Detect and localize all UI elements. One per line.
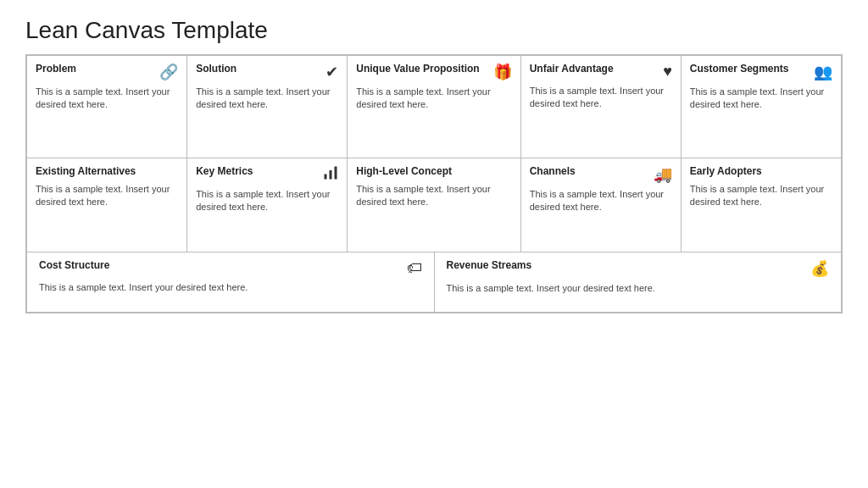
tag-icon: 🏷 — [407, 259, 422, 277]
page-title: Lean Canvas Template — [25, 17, 843, 44]
metrics-text: This is a sample text. Insert your desir… — [196, 188, 338, 214]
truck-icon: 🚚 — [654, 165, 672, 184]
link-icon: 🔗 — [159, 63, 178, 81]
early-title: Early Adopters — [690, 165, 762, 179]
problem-cell: Problem 🔗 This is a sample text. Insert … — [27, 56, 187, 158]
cost-text: This is a sample text. Insert your desir… — [39, 281, 422, 294]
problem-text: This is a sample text. Insert your desir… — [36, 86, 178, 112]
heart-icon: ♥ — [663, 63, 672, 80]
revenue-title: Revenue Streams — [447, 259, 532, 273]
row-mid: Existing Alternatives This is a sample t… — [27, 158, 841, 252]
svg-rect-1 — [330, 170, 332, 180]
unfair-title: Unfair Advantage — [530, 63, 614, 76]
unfair-text: This is a sample text. Insert your desir… — [530, 85, 672, 111]
channels-cell: Channels 🚚 This is a sample text. Insert… — [521, 158, 682, 252]
highlevel-cell: High-Level Concept This is a sample text… — [348, 158, 520, 252]
uvp-title: Unique Value Proposition — [356, 63, 479, 76]
money-bag-icon: 💰 — [810, 259, 829, 278]
svg-rect-0 — [325, 175, 327, 180]
solution-cell: Solution ✔ This is a sample text. Insert… — [187, 56, 348, 158]
unfair-cell: Unfair Advantage ♥ This is a sample text… — [521, 56, 682, 158]
revenue-text: This is a sample text. Insert your desir… — [447, 282, 830, 295]
revenue-cell: Revenue Streams 💰 This is a sample text.… — [435, 252, 842, 312]
row-top: Problem 🔗 This is a sample text. Insert … — [27, 56, 841, 158]
channels-title: Channels — [530, 165, 576, 179]
row-bottom: Cost Structure 🏷 This is a sample text. … — [27, 252, 841, 312]
channels-text: This is a sample text. Insert your desir… — [530, 188, 672, 214]
existing-text: This is a sample text. Insert your desir… — [36, 183, 178, 209]
early-cell: Early Adopters This is a sample text. In… — [682, 158, 841, 252]
uvp-cell: Unique Value Proposition 🎁 This is a sam… — [348, 56, 520, 158]
lean-canvas: Problem 🔗 This is a sample text. Insert … — [25, 54, 843, 313]
people-icon: 👥 — [814, 63, 832, 81]
metrics-cell: Key Metrics This is a sample text. Inser… — [187, 158, 348, 252]
solution-title: Solution — [196, 63, 236, 76]
uvp-text: This is a sample text. Insert your desir… — [356, 86, 511, 112]
existing-title: Existing Alternatives — [36, 165, 136, 179]
cost-cell: Cost Structure 🏷 This is a sample text. … — [27, 252, 435, 312]
problem-title: Problem — [36, 63, 76, 76]
svg-rect-2 — [335, 167, 337, 180]
customer-text: This is a sample text. Insert your desir… — [690, 86, 832, 112]
checkmark-icon: ✔ — [326, 63, 338, 81]
metrics-title: Key Metrics — [196, 165, 253, 179]
early-text: This is a sample text. Insert your desir… — [690, 183, 832, 209]
existing-cell: Existing Alternatives This is a sample t… — [27, 158, 187, 252]
gift-icon: 🎁 — [493, 63, 512, 81]
cost-title: Cost Structure — [39, 259, 109, 273]
customer-title: Customer Segments — [690, 63, 789, 76]
highlevel-text: This is a sample text. Insert your desir… — [356, 183, 511, 209]
chart-icon — [323, 165, 338, 184]
solution-text: This is a sample text. Insert your desir… — [196, 86, 338, 112]
highlevel-title: High-Level Concept — [356, 165, 452, 179]
customer-cell: Customer Segments 👥 This is a sample tex… — [682, 56, 841, 158]
